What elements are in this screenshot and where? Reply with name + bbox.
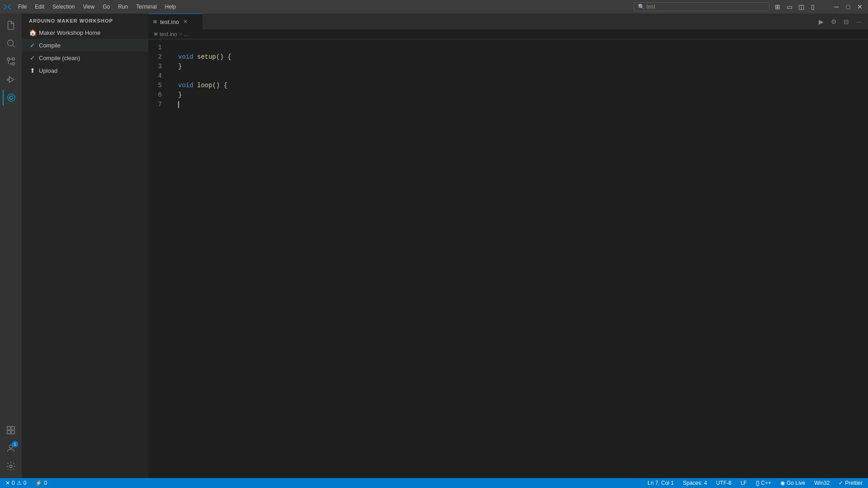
status-spaces[interactable]: Spaces: 4 [681, 478, 709, 488]
status-right: Ln 7, Col 1 Spaces: 4 UTF-8 LF {} C++ ◉ … [646, 478, 864, 488]
status-port[interactable]: ⚡ 0 [33, 478, 49, 488]
menu-view[interactable]: View [79, 3, 98, 11]
minimize-button[interactable]: ─ [832, 2, 841, 11]
svg-point-4 [7, 79, 9, 80]
sidebar-item-home[interactable]: 🏠 Maker Workshop Home [22, 26, 148, 39]
status-prettier-label: Prettier [845, 480, 863, 486]
status-encoding[interactable]: UTF-8 [714, 478, 733, 488]
menu-edit[interactable]: Edit [31, 3, 48, 11]
code-content[interactable]: void setup() { } void loop() { } [171, 39, 868, 478]
window-controls: ⊞ ▭ ◫ ▯ ─ □ ✕ [773, 2, 864, 11]
run-split-button[interactable]: ▶ [816, 16, 826, 27]
svg-point-1 [7, 58, 10, 61]
account-badge: 1 [12, 441, 18, 447]
more-actions-button[interactable]: ··· [854, 16, 864, 27]
keyword-void-2: void [178, 81, 193, 90]
panel-toggle-icon[interactable]: ▭ [785, 2, 794, 11]
status-golive-icon: ◉ [780, 480, 785, 486]
svg-point-3 [12, 58, 15, 61]
paren-open-2: () { [212, 81, 228, 90]
sidebar-item-upload-label: Upload [39, 67, 57, 74]
status-platform-label: Win32 [814, 480, 830, 486]
status-position-label: Ln 7, Col 1 [647, 480, 674, 486]
status-language[interactable]: {} C++ [754, 478, 773, 488]
svg-rect-9 [11, 431, 14, 434]
svg-point-2 [12, 63, 15, 66]
maximize-button[interactable]: □ [844, 2, 853, 11]
activity-extensions[interactable] [3, 422, 19, 438]
status-position[interactable]: Ln 7, Col 1 [646, 478, 675, 488]
menu-run[interactable]: Run [114, 3, 132, 11]
title-bar: File Edit Selection View Go Run Terminal… [0, 0, 868, 14]
editor-settings-button[interactable]: ⚙ [828, 16, 839, 27]
status-eol[interactable]: LF [739, 478, 749, 488]
close-button[interactable]: ✕ [855, 2, 864, 11]
brace-close-1: } [178, 62, 182, 71]
tab-close-button[interactable]: ✕ [182, 18, 189, 25]
code-line-3: } [178, 62, 868, 71]
menu-go[interactable]: Go [99, 3, 113, 11]
breadcrumb-filename[interactable]: test.ino [160, 31, 177, 38]
menu-terminal[interactable]: Terminal [132, 3, 160, 11]
activity-account[interactable]: 1 [3, 440, 19, 456]
search-text: test [646, 4, 655, 10]
activity-settings[interactable] [3, 458, 19, 474]
line-num-5: 5 [148, 81, 165, 90]
text-cursor [178, 101, 179, 108]
activity-run-debug[interactable] [3, 71, 19, 88]
sidebar-toggle-icon[interactable]: ◫ [797, 2, 806, 11]
check-icon-compile-clean: ✓ [29, 54, 36, 61]
svg-point-0 [8, 40, 14, 46]
menu-bar: File Edit Selection View Go Run Terminal… [14, 3, 630, 11]
breadcrumb: ≋ test.ino > ... [148, 29, 868, 39]
svg-rect-8 [7, 431, 10, 434]
main-layout: ∞ 1 [0, 14, 868, 478]
status-golive[interactable]: ◉ Go Live [778, 478, 807, 488]
brace-close-2: } [178, 90, 182, 100]
line-num-2: 2 [148, 52, 165, 62]
code-line-5: void loop() { [178, 81, 868, 90]
status-encoding-label: UTF-8 [716, 480, 731, 486]
status-golive-label: Go Live [787, 480, 805, 486]
sidebar-item-compile[interactable]: ✓ Compile [22, 39, 148, 52]
activity-source-control[interactable] [3, 53, 19, 70]
menu-help[interactable]: Help [161, 3, 180, 11]
svg-point-11 [9, 465, 12, 468]
status-platform[interactable]: Win32 [812, 478, 831, 488]
cursor-container [178, 101, 179, 108]
status-bar: ✕ 0 ⚠ 0 ⚡ 0 Ln 7, Col 1 Spaces: 4 UTF-8 … [0, 478, 868, 488]
tab-filename: test.ino [160, 19, 179, 25]
error-count: 0 [12, 480, 15, 486]
menu-selection[interactable]: Selection [49, 3, 78, 11]
status-errors[interactable]: ✕ 0 ⚠ 0 [4, 478, 28, 488]
sidebar-item-home-label: Maker Workshop Home [39, 29, 100, 36]
status-prettier[interactable]: ✓ Prettier [837, 478, 864, 488]
code-line-6: } [178, 90, 868, 100]
status-left: ✕ 0 ⚠ 0 ⚡ 0 [4, 478, 49, 488]
vscode-logo-icon [4, 3, 11, 10]
layout-toggle-icon[interactable]: ⊞ [773, 2, 782, 11]
port-icon: ⚡ [35, 480, 42, 486]
sidebar-item-compile-label: Compile [39, 42, 61, 49]
editor-tab-test-ino[interactable]: ≋ test.ino ✕ [148, 14, 203, 29]
activity-search[interactable] [3, 35, 19, 52]
panel-right-icon[interactable]: ▯ [808, 2, 817, 11]
line-num-7: 7 [148, 100, 165, 109]
sidebar-items: 🏠 Maker Workshop Home ✓ Compile ✓ Compil… [22, 26, 148, 478]
error-icon: ✕ [5, 480, 10, 486]
breadcrumb-more[interactable]: ... [184, 31, 189, 38]
menu-file[interactable]: File [14, 3, 30, 11]
sidebar-item-compile-clean[interactable]: ✓ Compile (clean) [22, 52, 148, 64]
code-line-1 [178, 43, 868, 52]
svg-text:∞: ∞ [9, 96, 12, 100]
activity-explorer[interactable] [3, 17, 19, 33]
code-editor[interactable]: 1 2 3 4 5 6 7 void setup() { } void loop… [148, 39, 868, 478]
home-icon: 🏠 [29, 29, 36, 36]
sidebar-item-upload[interactable]: ⬆ Upload [22, 64, 148, 77]
activity-arduino[interactable]: ∞ [3, 89, 19, 106]
title-search-container[interactable]: 🔍 test [634, 2, 769, 11]
line-num-1: 1 [148, 43, 165, 52]
editor-layout-button[interactable]: ⊟ [841, 16, 852, 27]
status-prettier-icon: ✓ [839, 480, 843, 486]
svg-rect-6 [7, 427, 10, 430]
